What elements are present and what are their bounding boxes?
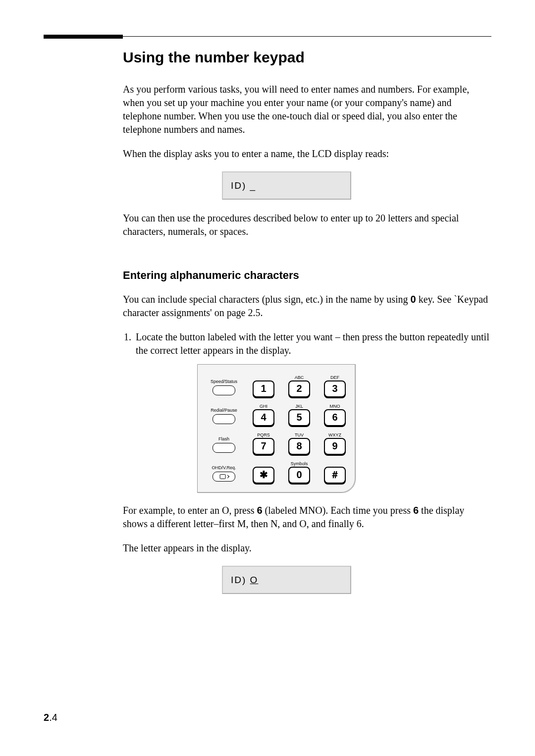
after-lcd1-paragraph: You can then use the procedures describe… — [123, 212, 491, 238]
key-cell-0: Symbols 0 — [285, 458, 314, 484]
keypad-key-star[interactable]: ✱ — [253, 467, 274, 484]
example-pre: For example, to enter an O, press — [123, 505, 257, 516]
side-label: Flash — [218, 436, 229, 442]
section-title: Using the number keypad — [123, 48, 491, 68]
page: Using the number keypad As you perform v… — [0, 0, 535, 756]
side-label: Speed/Status — [211, 378, 237, 384]
side-ohd-vreq: OHD/V.Req. — [206, 458, 242, 484]
keypad-key-8[interactable]: 8 — [288, 438, 310, 455]
intro-paragraph: As you perform various tasks, you will n… — [123, 83, 491, 136]
page-number-minor: .4 — [49, 712, 57, 723]
side-button-redial-pause[interactable] — [213, 414, 235, 424]
content-column: Using the number keypad As you perform v… — [123, 48, 491, 594]
keypad-panel: Speed/Status 1 ABC 2 DEF 3 — [197, 364, 356, 493]
example-key-6b: 6 — [413, 505, 419, 516]
page-number: 2.4 — [44, 711, 57, 724]
step-1: Locate the button labeled with the lette… — [134, 330, 491, 357]
lcd1-prefix: ID) — [231, 180, 250, 191]
example-mid1: (labeled MNO). Each time you press — [263, 505, 413, 516]
key-cell-8: TUV 8 — [285, 429, 314, 455]
top-rule — [44, 35, 491, 39]
key-cell-9: WXYZ 9 — [321, 429, 349, 455]
keypad-grid: Speed/Status 1 ABC 2 DEF 3 — [206, 372, 345, 484]
keypad-key-hash[interactable]: ＃ — [324, 467, 346, 484]
side-flash: Flash — [206, 429, 242, 455]
side-button-speed-status[interactable] — [213, 385, 235, 395]
keypad-key-7[interactable]: 7 — [253, 438, 274, 455]
keypad-key-4[interactable]: 4 — [253, 409, 274, 426]
key-top: JKL — [295, 403, 303, 409]
key-cell-star: ✱ — [249, 458, 278, 484]
keypad-key-5[interactable]: 5 — [288, 409, 310, 426]
special-chars-paragraph: You can include special characters (plus… — [123, 293, 491, 320]
special-chars-pre: You can include special characters (plus… — [123, 294, 411, 305]
key-top: PQRS — [257, 432, 270, 438]
lcd1-entry: _ — [250, 180, 257, 191]
key-top: GHI — [260, 403, 268, 409]
steps-list: Locate the button labeled with the lette… — [123, 330, 491, 357]
keypad-key-6[interactable]: 6 — [324, 409, 346, 426]
side-button-flash[interactable] — [213, 443, 235, 453]
display-prompt-intro: When the display asks you to enter a nam… — [123, 147, 491, 161]
subhead-entering: Entering alphanumeric characters — [123, 268, 491, 283]
key-cell-7: PQRS 7 — [249, 429, 278, 455]
side-label: Redial/Pause — [211, 407, 237, 413]
keypad-key-0[interactable]: 0 — [288, 467, 310, 484]
key-top: DEF — [330, 375, 339, 380]
key-cell-3: DEF 3 — [321, 372, 349, 397]
example-key-6a: 6 — [257, 505, 262, 516]
lcd2-prefix: ID) — [231, 575, 250, 585]
side-button-ohd-speaker-icon[interactable] — [213, 472, 235, 482]
key-cell-6: MNO 6 — [321, 400, 349, 426]
rule-thick — [44, 35, 123, 39]
key-cell-5: JKL 5 — [285, 400, 314, 426]
example-paragraph: For example, to enter an O, press 6 (lab… — [123, 504, 491, 531]
lcd2-entry: O — [250, 575, 259, 585]
page-number-major: 2 — [44, 712, 49, 723]
keypad-key-2[interactable]: 2 — [288, 380, 310, 397]
keypad-figure: Speed/Status 1 ABC 2 DEF 3 — [197, 364, 356, 493]
key-cell-4: GHI 4 — [249, 400, 278, 426]
key-top: WXYZ — [328, 432, 341, 438]
key-cell-hash: ＃ — [321, 458, 349, 484]
key-0: 0 — [411, 294, 416, 305]
key-top: ABC — [295, 375, 304, 380]
keypad-key-1[interactable]: 1 — [253, 380, 274, 397]
side-speed-status: Speed/Status — [206, 372, 242, 397]
letter-appears-paragraph: The letter appears in the display. — [123, 541, 491, 555]
key-top: TUV — [295, 432, 304, 438]
key-top: Symbols — [291, 461, 308, 467]
key-top: MNO — [330, 403, 340, 409]
side-label: OHD/V.Req. — [212, 465, 236, 471]
lcd-display-1: ID) _ — [222, 171, 351, 200]
key-cell-1: 1 — [249, 372, 278, 397]
keypad-key-9[interactable]: 9 — [324, 438, 346, 455]
side-redial-pause: Redial/Pause — [206, 400, 242, 426]
key-cell-2: ABC 2 — [285, 372, 314, 397]
keypad-key-3[interactable]: 3 — [324, 380, 346, 397]
lcd-display-2: ID) O — [222, 566, 351, 594]
